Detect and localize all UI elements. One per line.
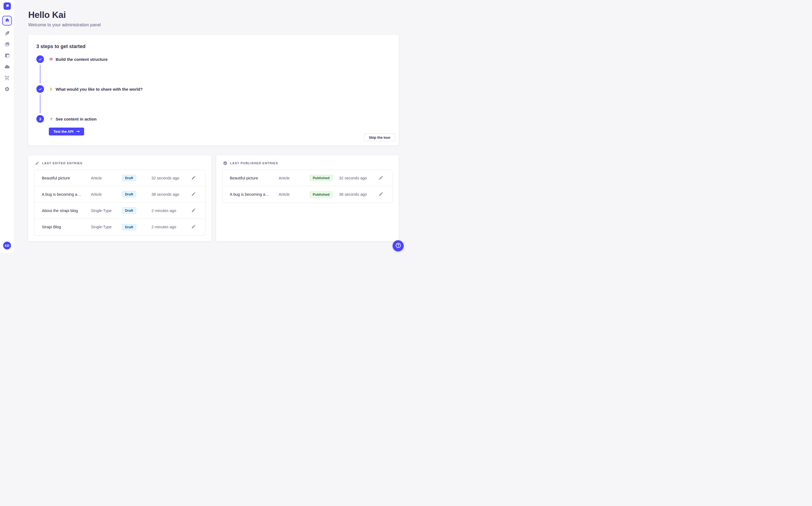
sidebar-nav bbox=[2, 12, 12, 92]
feather-icon bbox=[4, 30, 10, 37]
step-3-number-badge: 3 bbox=[36, 115, 44, 123]
strapi-admin-homepage: KD Hello Kai Welcome to your administrat… bbox=[0, 0, 406, 253]
help-button[interactable] bbox=[393, 240, 404, 251]
page-header: Hello Kai Welcome to your administration… bbox=[28, 10, 101, 27]
status-badge: Draft bbox=[122, 224, 136, 230]
entry-row: Beautiful picture Article Published 32 s… bbox=[222, 170, 393, 186]
workspace-logo-wrap bbox=[0, 0, 14, 12]
entry-title: A bug is becoming a… bbox=[230, 192, 279, 196]
last-edited-card: LAST EDITED ENTRIES Beautiful picture Ar… bbox=[28, 155, 211, 241]
status-badge: Draft bbox=[122, 207, 136, 214]
entry-kind: Article bbox=[91, 176, 122, 180]
sidebar-item-content-manager[interactable] bbox=[4, 31, 10, 37]
edit-entry-button[interactable] bbox=[191, 208, 197, 214]
entry-row: A bug is becoming a… Article Draft 38 se… bbox=[34, 186, 205, 202]
pencil-icon bbox=[191, 175, 196, 181]
step-1-done-check-icon bbox=[36, 55, 44, 63]
cloud-icon bbox=[4, 64, 10, 71]
pencil-icon bbox=[191, 192, 196, 197]
edit-entry-button[interactable] bbox=[378, 191, 384, 197]
last-published-table: Beautiful picture Article Published 32 s… bbox=[222, 170, 393, 203]
step-2-label: What would you like to share with the wo… bbox=[49, 87, 143, 91]
entry-row: A bug is becoming a… Article Published 3… bbox=[222, 186, 393, 202]
entry-time: 38 seconds ago bbox=[151, 192, 191, 196]
sidebar-item-marketplace[interactable] bbox=[4, 76, 10, 81]
entry-kind: Single-Type bbox=[91, 225, 122, 229]
entry-kind: Article bbox=[279, 192, 310, 196]
entry-time: 32 seconds ago bbox=[151, 176, 191, 180]
step-2: What would you like to share with the wo… bbox=[36, 85, 391, 93]
pencil-icon bbox=[379, 192, 383, 197]
sidebar-item-content-type-builder[interactable] bbox=[4, 53, 10, 59]
entry-time: 38 seconds ago bbox=[339, 192, 378, 196]
entry-row: Strapi Blog Single-Type Draft 2 minutes … bbox=[34, 219, 205, 235]
status-badge: Published bbox=[310, 191, 333, 198]
bolt-emoji-icon bbox=[49, 87, 54, 91]
status-badge: Draft bbox=[122, 175, 136, 181]
entry-row: About the strapi blog Single-Type Draft … bbox=[34, 202, 205, 219]
pencil-icon bbox=[35, 161, 39, 165]
onboarding-card: 3 steps to get started Build the content… bbox=[28, 35, 399, 146]
step-3-label: See content in action bbox=[49, 117, 97, 121]
user-avatar[interactable]: KD bbox=[3, 242, 11, 249]
step-1: Build the content structure bbox=[36, 55, 391, 63]
step-1-label: Build the content structure bbox=[49, 57, 108, 62]
home-icon bbox=[5, 18, 10, 24]
pencil-icon bbox=[191, 208, 196, 214]
edit-entry-button[interactable] bbox=[191, 175, 197, 181]
entry-time: 2 minutes ago bbox=[151, 208, 191, 213]
entry-title: Beautiful picture bbox=[230, 176, 279, 180]
skip-tour-button[interactable]: Skip the tour bbox=[364, 134, 395, 141]
last-published-title: LAST PUBLISHED ENTRIES bbox=[230, 162, 278, 165]
page-subtitle: Welcome to your administration panel bbox=[28, 22, 101, 27]
pencil-icon bbox=[191, 224, 196, 230]
sidebar-item-media-library[interactable] bbox=[4, 42, 10, 48]
gear-icon bbox=[4, 86, 10, 93]
steps-list: Build the content structure What would y… bbox=[36, 55, 391, 136]
entry-title: About the strapi blog bbox=[42, 208, 91, 213]
edit-entry-button[interactable] bbox=[191, 191, 197, 197]
last-published-card: LAST PUBLISHED ENTRIES Beautiful picture… bbox=[216, 155, 399, 241]
entry-time: 2 minutes ago bbox=[151, 225, 191, 229]
question-mark-icon bbox=[395, 242, 402, 249]
status-badge: Published bbox=[310, 175, 333, 181]
edit-entry-button[interactable] bbox=[378, 175, 384, 181]
sidebar-item-deploy[interactable] bbox=[4, 64, 10, 70]
entry-time: 32 seconds ago bbox=[339, 176, 378, 180]
pencil-icon bbox=[379, 175, 383, 181]
edit-entry-button[interactable] bbox=[191, 224, 197, 230]
layout-icon bbox=[4, 53, 10, 60]
sidebar-item-settings[interactable] bbox=[4, 87, 10, 92]
last-published-header: LAST PUBLISHED ENTRIES bbox=[222, 161, 393, 166]
entry-kind: Single-Type bbox=[91, 208, 122, 213]
strapi-logo-icon bbox=[4, 2, 11, 10]
step-connector bbox=[40, 65, 40, 84]
entry-title: Strapi Blog bbox=[42, 225, 91, 229]
onboarding-title: 3 steps to get started bbox=[36, 44, 391, 50]
cart-icon bbox=[4, 75, 10, 82]
status-badge: Draft bbox=[122, 191, 136, 197]
brain-emoji-icon bbox=[49, 57, 54, 62]
step-3: 3 See content in action bbox=[36, 115, 391, 123]
last-edited-table: Beautiful picture Article Draft 32 secon… bbox=[34, 170, 205, 235]
entry-title: A bug is becoming a… bbox=[42, 192, 91, 196]
check-circle-icon bbox=[223, 161, 227, 165]
step-2-done-check-icon bbox=[36, 85, 44, 93]
entry-row: Beautiful picture Article Draft 32 secon… bbox=[34, 170, 205, 186]
rocket-emoji-icon bbox=[49, 117, 54, 121]
sidebar-item-home[interactable] bbox=[2, 16, 12, 25]
step-connector bbox=[40, 94, 40, 113]
entry-kind: Article bbox=[91, 192, 122, 196]
entry-kind: Article bbox=[279, 176, 310, 180]
page-title: Hello Kai bbox=[28, 10, 101, 20]
last-edited-title: LAST EDITED ENTRIES bbox=[42, 162, 83, 165]
arrow-right-icon: → bbox=[76, 130, 80, 134]
images-icon bbox=[4, 41, 10, 48]
last-edited-header: LAST EDITED ENTRIES bbox=[34, 161, 205, 166]
entry-title: Beautiful picture bbox=[42, 176, 91, 180]
test-api-button[interactable]: Test the API → bbox=[49, 128, 84, 136]
sidebar: KD bbox=[0, 0, 14, 253]
